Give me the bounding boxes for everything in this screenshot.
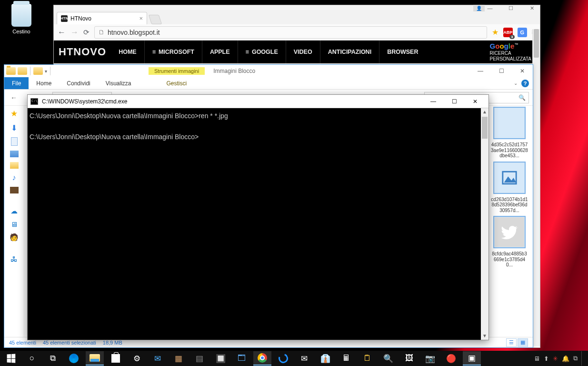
mail2-button[interactable]: ✉	[295, 351, 313, 366]
nav-apple[interactable]: APPLE	[202, 41, 238, 63]
app-button[interactable]: ▦	[169, 351, 188, 366]
app-button[interactable]: 🗔	[232, 351, 250, 366]
cmd-close[interactable]: ✕	[465, 95, 486, 108]
browser-tab[interactable]: HTN HTNovo ×	[57, 12, 147, 24]
cmd-maximize[interactable]: ☐	[444, 95, 465, 108]
page-scrollbar[interactable]	[532, 29, 540, 346]
help-icon[interactable]: ?	[521, 80, 529, 87]
start-button[interactable]	[2, 351, 20, 366]
ribbon-context-tab[interactable]: Strumenti immagini	[149, 67, 205, 75]
user-icon[interactable]: 🧑	[10, 233, 19, 242]
chrome-profile-button[interactable]: 👤	[473, 5, 485, 11]
app-button[interactable]: 🔲	[211, 351, 229, 366]
app-button[interactable]: 👔	[316, 351, 334, 366]
adblock-icon[interactable]: ABP	[503, 28, 513, 37]
scroll-up-icon[interactable]: ▲	[481, 108, 488, 116]
nav-back-button[interactable]: ←	[8, 92, 20, 103]
quick-access-icon[interactable]: ★	[10, 109, 18, 119]
nav-anticipazioni[interactable]: ANTICIPAZIONI	[320, 41, 379, 63]
nav-home[interactable]: HOME	[111, 41, 144, 63]
chrome-button[interactable]	[253, 351, 271, 366]
chrome-maximize[interactable]: ☐	[505, 5, 517, 11]
store-button[interactable]	[107, 351, 125, 366]
nav-video[interactable]: VIDEO	[286, 41, 320, 63]
edge-button[interactable]	[65, 351, 83, 366]
cmd-minimize[interactable]: —	[423, 95, 444, 108]
chrome-titlebar[interactable]: — ☐ ✕	[54, 5, 540, 11]
videos-icon[interactable]	[10, 187, 19, 193]
thumbnails-view-button[interactable]: ▦	[518, 338, 528, 347]
network-icon[interactable]: 🖧	[10, 255, 18, 263]
qat-dropdown-icon[interactable]: ▾	[45, 69, 47, 74]
ie-button[interactable]	[274, 351, 292, 366]
site-logo[interactable]: HTNOVO	[59, 46, 106, 58]
photos-button[interactable]: 🖼	[400, 351, 418, 366]
tray-icon[interactable]: 🖥	[534, 355, 540, 362]
google-search-widget[interactable]: Google™ RICERCA PERSONALIZZATA	[490, 42, 531, 62]
minimize-button[interactable]: —	[470, 65, 491, 77]
ribbon-manage[interactable]: Gestisci	[159, 77, 195, 89]
scroll-down-icon[interactable]: ▼	[481, 332, 488, 340]
forward-button[interactable]: →	[70, 28, 79, 37]
new-tab-button[interactable]	[149, 15, 162, 24]
image-thumbnail[interactable]	[494, 217, 525, 247]
explorer-titlebar[interactable]: ▾ Strumenti immagini Immagini Blocco — ☐…	[4, 65, 533, 77]
tray-icon[interactable]: 🔔	[562, 355, 569, 362]
cmd-titlebar[interactable]: C:\WINDOWS\system32\cmd.exe — ☐ ✕	[28, 95, 488, 108]
nav-microsoft[interactable]: ≡MICROSOFT	[144, 41, 202, 63]
task-view-button[interactable]: ⧉	[44, 351, 62, 366]
search-button[interactable]: 🔍	[379, 351, 397, 366]
settings-button[interactable]: ⚙	[128, 351, 146, 366]
bookmark-star-icon[interactable]: ★	[492, 28, 498, 37]
camera-button[interactable]: 📷	[421, 351, 439, 366]
maximize-button[interactable]: ☐	[491, 65, 512, 77]
cmd-button[interactable]: ▣	[463, 351, 481, 366]
reload-button[interactable]: ⟳	[83, 28, 90, 37]
ribbon-view[interactable]: Visualizza	[98, 77, 139, 89]
folder-icon[interactable]	[18, 67, 27, 75]
ribbon-collapse-icon[interactable]: ⌄	[514, 81, 518, 86]
folder-icon[interactable]	[6, 67, 16, 75]
address-bar[interactable]: 🗋 htnovo.blogspot.it	[94, 26, 487, 39]
pictures-icon[interactable]	[10, 151, 19, 157]
recycle-bin[interactable]: Cestino	[5, 3, 38, 34]
cortana-button[interactable]: ○	[23, 351, 41, 366]
cmd-scrollbar[interactable]: ▲ ▼	[481, 108, 488, 340]
onedrive-icon[interactable]: ☁	[10, 207, 18, 215]
nav-browser[interactable]: BROWSER	[379, 41, 426, 63]
image-thumbnail[interactable]	[494, 108, 525, 138]
mail-button[interactable]: ✉	[149, 351, 167, 366]
cmd-output[interactable]: C:\Users\Jonni\Desktop\Nuova cartella\Im…	[28, 108, 488, 340]
chrome-minimize[interactable]: —	[484, 5, 496, 11]
ribbon-share[interactable]: Condividi	[59, 77, 98, 89]
tab-close-icon[interactable]: ×	[139, 15, 143, 22]
app-button[interactable]: 🔴	[442, 351, 460, 366]
music-icon[interactable]: ♪	[12, 173, 16, 182]
tray-icon[interactable]: ⧉	[573, 355, 578, 362]
nav-google[interactable]: ≡GOOGLE	[238, 41, 286, 63]
back-button[interactable]: ←	[58, 28, 66, 37]
system-tray[interactable]: 🖥 ⬆ ✳ 🔔 ⧉	[534, 351, 586, 366]
scrollbar-thumb[interactable]	[482, 117, 488, 139]
details-view-button[interactable]: ☰	[506, 338, 517, 347]
app-button[interactable]: ▤	[190, 351, 209, 366]
navigation-pane[interactable]: ★ ⬇ ♪ ☁ 🖥 🧑 🖧	[4, 106, 24, 337]
ribbon-home[interactable]: Home	[29, 77, 59, 89]
this-pc-icon[interactable]: 🖥	[10, 220, 18, 228]
downloads-icon[interactable]: ⬇	[11, 123, 17, 132]
show-desktop[interactable]	[581, 351, 584, 366]
scrollbar-thumb[interactable]	[534, 29, 539, 58]
translate-icon[interactable]: G	[518, 28, 527, 37]
documents-icon[interactable]	[11, 137, 18, 146]
chrome-close[interactable]: ✕	[526, 5, 538, 11]
tray-icon[interactable]: ⬆	[544, 355, 549, 362]
tray-icon[interactable]: ✳	[553, 355, 558, 362]
ribbon-file[interactable]: File	[4, 77, 29, 89]
notes-button[interactable]: 🗒	[358, 351, 376, 366]
folder-icon[interactable]	[10, 162, 19, 169]
image-thumbnail[interactable]	[494, 163, 525, 193]
calculator-button[interactable]: 🖩	[337, 351, 355, 366]
folder-icon[interactable]	[33, 67, 43, 75]
explorer-button[interactable]	[86, 351, 104, 366]
close-button[interactable]: ✕	[512, 65, 533, 77]
